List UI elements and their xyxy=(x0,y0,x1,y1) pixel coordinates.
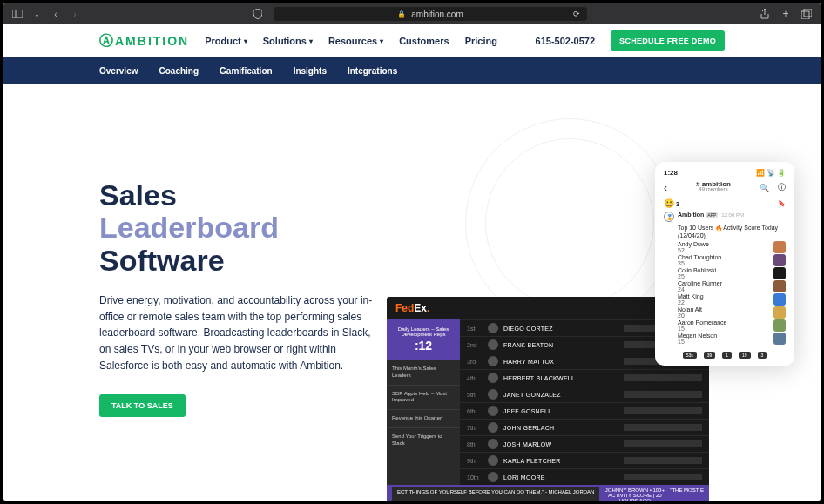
user-name: Matt King xyxy=(678,293,770,299)
svg-rect-0 xyxy=(12,10,23,18)
tv-timer-panel: Daily Leaders – Sales Development Reps :… xyxy=(387,319,460,360)
shield-icon[interactable] xyxy=(253,9,263,19)
leaderboard-row: 9thKARLA FLETCHER xyxy=(460,452,709,468)
fedex-logo: FedEx. xyxy=(395,302,429,314)
reload-icon[interactable]: ⟳ xyxy=(573,10,580,18)
rank: 3rd xyxy=(467,359,483,365)
hero-title: Sales Leaderboard Software xyxy=(99,179,378,277)
user-row: Megan Nelson15 xyxy=(678,333,786,345)
new-tab-icon[interactable]: + xyxy=(780,9,791,19)
rank: 2nd xyxy=(467,342,483,348)
leaderboard-row: 7thJOHN GERLACH xyxy=(460,419,709,435)
nav-resources[interactable]: Resources▾ xyxy=(328,36,383,46)
msg-time: 12:00 PM xyxy=(721,212,744,218)
phone-number[interactable]: 615-502-0572 xyxy=(536,36,596,46)
rank: 5th xyxy=(467,392,483,398)
leaderboard-row: 4thHERBERT BLACKWELL xyxy=(460,369,709,386)
user-score: 35 xyxy=(678,260,770,266)
back-icon[interactable]: ‹ xyxy=(664,182,667,194)
player-name: JOSH MARLOW xyxy=(503,441,618,447)
avatar xyxy=(488,406,498,416)
score-bar xyxy=(624,474,702,480)
user-name: Megan Nelson xyxy=(678,333,770,339)
tv-side-item: Send Your Triggers to Slack xyxy=(387,427,460,453)
user-name: Aaron Pomerance xyxy=(678,319,770,326)
leaderboard-row: 6thJEFF GOSNELL xyxy=(460,402,709,419)
nav-pricing[interactable]: Pricing xyxy=(465,36,497,46)
score-bar xyxy=(624,457,702,464)
search-icon[interactable]: 🔍 xyxy=(760,184,769,192)
avatar xyxy=(488,339,498,350)
forward-icon[interactable]: › xyxy=(70,9,80,19)
reaction-emoji[interactable]: 😀 3 xyxy=(664,198,679,208)
leaderboard-row: 5thJANET GONZALEZ xyxy=(460,386,709,402)
subnav-gamification[interactable]: Gamification xyxy=(220,66,273,76)
app-tag: APP xyxy=(706,212,718,218)
app-name: Ambition xyxy=(678,212,704,218)
logo-text: AMBITION xyxy=(115,34,189,48)
award-icon: 🏅 xyxy=(664,212,674,222)
chevron-down-icon[interactable]: ⌄ xyxy=(31,9,42,19)
user-score: 15 xyxy=(678,339,770,345)
hero-graphics: FedEx. ACTI Daily Leaders – Sales Develo… xyxy=(387,179,821,501)
avatar xyxy=(773,293,786,306)
user-name: Colin Bobinski xyxy=(678,267,770,273)
chevron-down-icon: ▾ xyxy=(309,37,313,45)
nav-product[interactable]: Product▾ xyxy=(205,36,247,46)
sidebar-toggle-icon[interactable] xyxy=(12,9,23,19)
user-row: Caroline Runner24 xyxy=(678,280,786,292)
info-icon[interactable]: ⓘ xyxy=(778,182,786,193)
rank: 9th xyxy=(467,458,483,464)
hero-section: Sales Leaderboard Software Drive energy,… xyxy=(3,84,821,501)
back-icon[interactable]: ‹ xyxy=(51,9,61,19)
bookmark-icon[interactable]: 🔖 xyxy=(778,200,786,207)
share-icon[interactable] xyxy=(760,9,770,19)
player-name: LORI MOORE xyxy=(503,474,618,480)
lock-icon: 🔒 xyxy=(397,10,406,18)
subnav-integrations[interactable]: Integrations xyxy=(348,66,397,76)
avatar xyxy=(773,333,786,345)
address-bar[interactable]: 🔒 ambition.com ⟳ xyxy=(274,7,587,21)
rank: 6th xyxy=(467,408,483,414)
sub-nav: Overview Coaching Gamification Insights … xyxy=(3,57,821,84)
user-score: 24 xyxy=(678,286,770,292)
user-score: 20 xyxy=(678,312,770,319)
user-score: 52 xyxy=(678,247,770,253)
user-row: Colin Bobinski25 xyxy=(678,267,786,279)
subnav-overview[interactable]: Overview xyxy=(99,66,138,76)
tv-timer: :12 xyxy=(392,339,455,353)
logo-mark: Ⓐ xyxy=(99,32,115,50)
user-row: Aaron Pomerance15 xyxy=(678,319,786,332)
rank: 7th xyxy=(467,425,483,431)
logo[interactable]: ⒶAMBITION xyxy=(99,32,189,50)
rank: 4th xyxy=(467,375,483,381)
rank: 10th xyxy=(467,474,483,480)
avatar xyxy=(488,422,498,433)
tabs-icon[interactable] xyxy=(801,9,812,19)
user-name: Nolan Alt xyxy=(678,306,770,312)
rank: 1st xyxy=(467,326,483,332)
main-nav: ⒶAMBITION Product▾ Solutions▾ Resources▾… xyxy=(3,24,821,57)
avatar xyxy=(488,373,498,383)
nav-solutions[interactable]: Solutions▾ xyxy=(263,36,313,46)
user-score: 15 xyxy=(678,326,770,332)
score-bar xyxy=(624,424,702,431)
user-name: Andy Duwe xyxy=(678,241,770,247)
avatar xyxy=(488,323,498,333)
tv-sidebar: Daily Leaders – Sales Development Reps :… xyxy=(387,319,460,485)
schedule-demo-button[interactable]: SCHEDULE FREE DEMO xyxy=(611,30,725,51)
nav-customers[interactable]: Customers xyxy=(399,36,449,46)
score-bar xyxy=(624,440,702,447)
phone-time: 1:28 xyxy=(664,169,678,177)
subnav-coaching[interactable]: Coaching xyxy=(159,66,199,76)
subnav-insights[interactable]: Insights xyxy=(294,66,327,76)
score-bar xyxy=(624,407,702,414)
user-name: Caroline Runner xyxy=(678,280,770,286)
tv-side-item: SDR Appts Held – Most Improved xyxy=(387,385,460,410)
phone-bottom-bar: 53s 39 1 19 3 xyxy=(664,348,786,359)
user-name: Chad Troughton xyxy=(678,254,770,260)
player-name: DIEGO CORTEZ xyxy=(503,326,618,332)
avatar xyxy=(773,267,786,279)
msg-body: Top 10 Users 🔥Activity Score Today (12/0… xyxy=(678,224,786,239)
talk-to-sales-button[interactable]: TALK TO SALES xyxy=(99,394,186,417)
